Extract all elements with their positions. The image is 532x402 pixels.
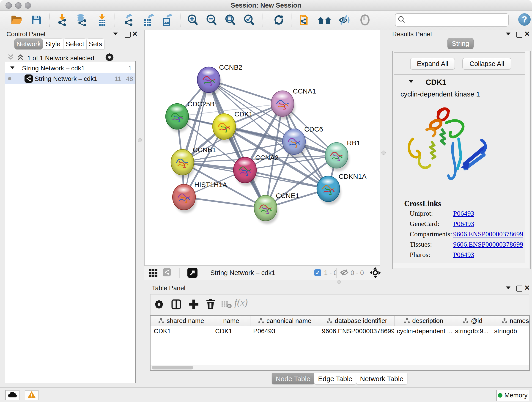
tab-network[interactable]: Network [14, 38, 43, 50]
crosslink-genecard-link[interactable]: P06493 [453, 220, 474, 228]
zoom-in-icon[interactable] [186, 14, 199, 26]
gene-section-header[interactable]: CDK1 [394, 76, 528, 88]
expand-all-networks-icon[interactable] [17, 54, 24, 61]
import-table-file-icon[interactable] [96, 14, 108, 26]
network-row-selected[interactable]: String Network – cdk1 11 48 [5, 73, 135, 84]
network-collection-row[interactable]: String Network – cdk1 1 [5, 63, 135, 73]
results-panel-close-icon[interactable]: ✕ [524, 31, 530, 37]
results-panel-collapse-icon[interactable] [506, 32, 510, 35]
column-header[interactable]: description [394, 316, 453, 326]
toolbar-separator [49, 13, 50, 27]
warning-status-button[interactable] [25, 390, 38, 400]
help-icon[interactable]: ? [518, 13, 531, 26]
refresh-icon[interactable] [273, 14, 285, 26]
table-panel-close-icon[interactable]: ✕ [524, 285, 530, 291]
network-status-dot [8, 77, 11, 80]
birdseye-crosshair-icon[interactable] [370, 267, 381, 279]
gene-collapse-icon[interactable] [409, 80, 413, 83]
results-panel-float-icon[interactable] [516, 32, 522, 38]
export-network-icon[interactable] [123, 14, 135, 26]
node-label: CDKN1A [339, 172, 367, 180]
cloud-status-button[interactable] [5, 390, 19, 400]
control-panel-close-icon[interactable]: ✕ [132, 31, 138, 37]
add-column-icon[interactable] [189, 299, 199, 311]
home-icon[interactable] [317, 14, 332, 26]
first-neighbors-icon[interactable] [298, 14, 311, 26]
table-panel-title: Table Panel [152, 284, 185, 292]
node-label: CDC6 [304, 125, 323, 133]
import-network-database-icon[interactable] [74, 14, 89, 26]
selected-checkbox-icon[interactable]: ✓ [314, 269, 321, 276]
column-header[interactable]: database identifier [319, 316, 394, 326]
collection-expand-icon[interactable] [10, 66, 14, 69]
collapse-all-networks-icon[interactable] [7, 54, 15, 61]
expand-all-button[interactable]: Expand All [410, 58, 455, 70]
network-canvas[interactable]: CCNB2CCNA1CDC25BCDK1CDC6RB1CCNB1CCNA2CDK… [144, 30, 380, 265]
search-box[interactable] [395, 13, 509, 27]
tab-style[interactable]: Style [43, 38, 63, 50]
left-splitter-handle[interactable] [138, 138, 142, 142]
selected-counts: 1 - 0 [324, 269, 337, 277]
tab-select[interactable]: Select [63, 38, 87, 50]
horizontal-splitter-handle[interactable] [337, 280, 341, 284]
results-vertical-scrollbar[interactable] [525, 51, 530, 268]
tab-network-table[interactable]: Network Table [356, 373, 407, 385]
table-panel-float-icon[interactable] [516, 286, 522, 292]
control-panel-float-icon[interactable] [125, 32, 131, 38]
network-node-count: 11 [114, 75, 121, 83]
export-image-icon[interactable] [161, 14, 175, 26]
network-view-title: String Network – cdk1 [210, 269, 275, 277]
tab-string[interactable]: String [447, 38, 474, 49]
crosslink-uniprot-link[interactable]: P06493 [453, 210, 474, 217]
right-splitter-handle[interactable] [381, 151, 386, 155]
zoom-selected-icon[interactable] [243, 14, 255, 26]
gene-description: cyclin-dependent kinase 1 [400, 90, 480, 98]
column-header[interactable]: canonical name [250, 316, 319, 326]
memory-button[interactable]: Memory [496, 390, 529, 401]
crosslink-pharos-link[interactable]: P06493 [453, 251, 474, 259]
network-tree: String Network – cdk1 1 String Network –… [5, 61, 136, 383]
save-session-icon[interactable] [30, 14, 43, 26]
show-columns-icon[interactable] [171, 299, 181, 311]
column-header[interactable]: shared name [151, 316, 212, 326]
open-in-window-icon[interactable] [187, 268, 197, 278]
zoom-fit-icon[interactable] [224, 14, 236, 26]
tab-edge-table[interactable]: Edge Table [314, 373, 356, 385]
delete-table-icon[interactable] [221, 300, 232, 310]
scrollbar-thumb[interactable] [152, 366, 193, 370]
table-horizontal-scrollbar[interactable] [151, 365, 529, 370]
crosslink-label: GeneCard: [410, 220, 439, 228]
table-row[interactable]: CDK1 CDK1 P06493 9606.ENSP00000378699 cy… [151, 326, 529, 336]
control-panel-collapse-icon[interactable] [113, 32, 118, 35]
node-table: shared name name canonical name database… [150, 315, 530, 371]
export-table-icon[interactable] [142, 14, 157, 26]
node-label: CCNA1 [293, 87, 316, 95]
network-badge-icon[interactable] [163, 268, 171, 276]
show-hide-panels-icon[interactable] [338, 14, 350, 26]
open-file-icon[interactable] [10, 14, 22, 26]
collapse-all-button[interactable]: Collapse All [462, 58, 511, 70]
string-network-icon [25, 75, 33, 83]
cloud-icon [8, 391, 17, 399]
delete-column-trash-icon[interactable] [206, 299, 215, 311]
column-header[interactable]: @id [453, 316, 492, 326]
crosslink-compartments-link[interactable]: 9606.ENSP00000378699 [453, 230, 523, 238]
results-horizontal-scrollbar[interactable] [393, 263, 525, 268]
column-header[interactable]: name [212, 316, 250, 326]
hidden-eye-slash-icon[interactable] [340, 269, 349, 277]
eye-icon[interactable] [359, 14, 371, 26]
control-panel-title: Control Panel [6, 31, 45, 38]
tab-node-table[interactable]: Node Table [272, 373, 314, 385]
table-settings-gear-icon[interactable] [154, 299, 164, 311]
crosslink-tissues-link[interactable]: 9606.ENSP00000378699 [453, 240, 523, 248]
table-panel-collapse-icon[interactable] [506, 287, 510, 289]
tab-sets[interactable]: Sets [86, 38, 104, 50]
collection-label: String Network – cdk1 [22, 65, 85, 72]
column-header[interactable]: namespace [492, 316, 530, 326]
crosslinks-heading: CrossLinks [404, 199, 441, 208]
grid-view-icon[interactable] [149, 269, 158, 278]
search-input[interactable] [408, 15, 508, 25]
import-network-file-icon[interactable] [56, 14, 69, 26]
zoom-out-icon[interactable] [205, 14, 218, 26]
node-label: HIST1H1A [194, 181, 227, 188]
